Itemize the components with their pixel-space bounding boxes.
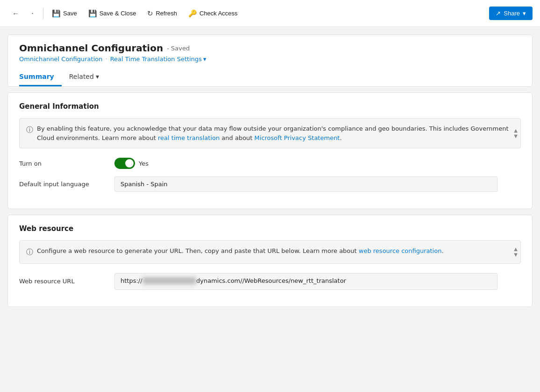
- breadcrumb-chevron-icon: ▾: [203, 56, 206, 63]
- general-info-text: By enabling this feature, you acknowledg…: [37, 124, 514, 142]
- breadcrumb-separator: ·: [105, 56, 107, 63]
- check-access-label: Check Access: [199, 10, 238, 17]
- general-information-title: General Information: [19, 102, 521, 111]
- general-info-banner: ⓘ By enabling this feature, you acknowle…: [19, 118, 521, 148]
- web-resource-scroll-up-arrow[interactable]: ▲: [514, 247, 518, 252]
- turn-on-toggle[interactable]: [114, 158, 135, 169]
- web-resource-info-text-2: .: [441, 247, 443, 254]
- default-input-language-field[interactable]: Spanish - Spain: [114, 176, 497, 192]
- save-icon: 💾: [52, 9, 61, 18]
- save-button[interactable]: 💾 Save: [47, 7, 82, 21]
- header-card: Omnichannel Configuration - Saved Omnich…: [7, 35, 533, 87]
- toolbar: ← ⬝ 💾 Save 💾 Save & Close ↻ Refresh 🔑 Ch…: [0, 0, 540, 27]
- tab-related-chevron-icon: ▾: [96, 73, 99, 80]
- general-information-card: General Information ⓘ By enabling this f…: [7, 92, 533, 209]
- saved-badge: - Saved: [167, 45, 190, 52]
- general-info-text-2: and about: [220, 134, 254, 141]
- breadcrumb: Omnichannel Configuration · Real Time Tr…: [19, 56, 521, 63]
- web-resource-config-link[interactable]: web resource configuration: [359, 247, 442, 254]
- web-resource-title: Web resource: [19, 224, 521, 233]
- real-time-translation-link[interactable]: real time translation: [158, 134, 220, 141]
- web-resource-url-field[interactable]: https://xxxxxxxxxxxxxxxdynamics.com//Web…: [114, 273, 497, 290]
- main-area: Omnichannel Configuration - Saved Omnich…: [0, 27, 540, 315]
- share-button[interactable]: ↗ Share ▾: [489, 7, 533, 20]
- toolbar-divider-1: [43, 8, 43, 19]
- share-chevron-icon: ▾: [523, 10, 526, 17]
- toggle-slider: [114, 158, 135, 169]
- back-button[interactable]: ←: [7, 7, 24, 20]
- web-resource-card: Web resource ⓘ Configure a web resource …: [7, 215, 533, 307]
- page-title: Omnichannel Configuration: [19, 42, 163, 54]
- url-blurred: xxxxxxxxxxxxxxx: [142, 277, 196, 284]
- turn-on-label: Turn on: [19, 160, 103, 167]
- web-resource-info-text-1: Configure a web resource to generate you…: [37, 247, 359, 254]
- scroll-up-arrow[interactable]: ▲: [514, 128, 518, 133]
- scroll-arrows: ▲ ▼: [514, 128, 518, 139]
- share-label: Share: [504, 10, 520, 17]
- turn-on-row: Turn on Yes: [19, 158, 521, 169]
- web-resource-info-icon: ⓘ: [26, 247, 33, 258]
- page-title-row: Omnichannel Configuration - Saved: [19, 42, 521, 54]
- default-input-language-label: Default input language: [19, 181, 103, 188]
- check-access-icon: 🔑: [188, 9, 197, 18]
- web-resource-url-row: Web resource URL https://xxxxxxxxxxxxxxx…: [19, 273, 521, 290]
- general-info-text-3: .: [340, 134, 341, 141]
- web-resource-info-banner: ⓘ Configure a web resource to generate y…: [19, 240, 521, 264]
- refresh-button[interactable]: ↻ Refresh: [142, 7, 182, 21]
- url-prefix: https://: [121, 277, 142, 284]
- tab-related[interactable]: Related ▾: [62, 69, 107, 86]
- privacy-statement-link[interactable]: Microsoft Privacy Statement: [255, 134, 340, 141]
- scroll-down-arrow[interactable]: ▼: [514, 134, 518, 139]
- breadcrumb-current-label: Real Time Translation Settings: [110, 56, 202, 63]
- tabs: Summary Related ▾: [19, 69, 521, 86]
- check-access-button[interactable]: 🔑 Check Access: [184, 7, 242, 21]
- refresh-icon: ↻: [147, 9, 153, 18]
- breadcrumb-parent-link[interactable]: Omnichannel Configuration: [19, 56, 102, 63]
- save-close-label: Save & Close: [99, 10, 136, 17]
- share-icon: ↗: [496, 10, 501, 17]
- popout-icon: ⬝: [30, 9, 35, 17]
- save-close-icon: 💾: [88, 9, 97, 18]
- web-resource-scroll-down-arrow[interactable]: ▼: [514, 252, 518, 257]
- tab-summary-label: Summary: [19, 73, 54, 80]
- tab-related-label: Related: [69, 73, 94, 80]
- web-resource-scroll-arrows: ▲ ▼: [514, 247, 518, 257]
- turn-on-value: Yes: [114, 158, 149, 169]
- popout-button[interactable]: ⬝: [26, 7, 39, 20]
- web-resource-info-text: Configure a web resource to generate you…: [37, 246, 444, 256]
- default-input-language-row: Default input language Spanish - Spain: [19, 176, 521, 192]
- save-close-button[interactable]: 💾 Save & Close: [84, 7, 141, 21]
- tab-summary[interactable]: Summary: [19, 69, 62, 86]
- turn-on-yes-label: Yes: [139, 160, 149, 167]
- web-resource-url-label: Web resource URL: [19, 278, 103, 285]
- refresh-label: Refresh: [156, 10, 177, 17]
- save-label: Save: [63, 10, 77, 17]
- url-suffix: dynamics.com//WebResources/new_rtt_trans…: [196, 277, 346, 284]
- back-icon: ←: [12, 9, 19, 17]
- breadcrumb-current-link[interactable]: Real Time Translation Settings ▾: [110, 56, 206, 63]
- info-icon: ⓘ: [26, 125, 33, 135]
